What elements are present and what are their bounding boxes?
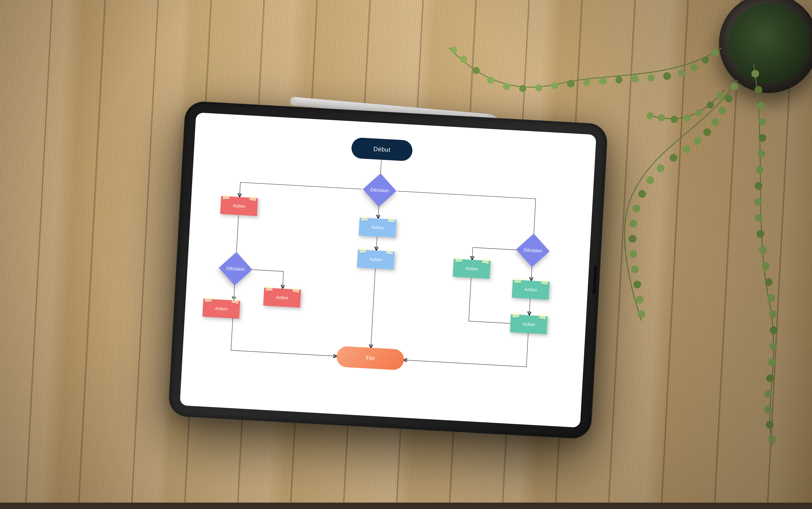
center-action-2-label: Action xyxy=(369,257,382,263)
left-action-1-label: Action xyxy=(233,203,246,209)
start-node-label: Début xyxy=(373,145,391,153)
center-action-2-node[interactable]: Action xyxy=(357,250,395,270)
tape-icon xyxy=(539,314,547,319)
left-action-2-label: Action xyxy=(215,306,228,312)
start-node[interactable]: Début xyxy=(351,137,413,161)
right-action-left-node[interactable]: Action xyxy=(453,259,491,279)
decision-right-node[interactable]: Décision xyxy=(515,238,551,263)
tape-icon xyxy=(455,257,462,262)
tape-icon xyxy=(223,194,230,200)
tape-icon xyxy=(512,312,519,318)
tape-icon xyxy=(388,217,395,223)
tape-icon xyxy=(541,279,548,285)
tape-icon xyxy=(482,258,489,264)
tape-icon xyxy=(359,248,366,253)
left-action-1-node[interactable]: Action xyxy=(220,196,258,216)
right-action-r1-node[interactable]: Action xyxy=(512,280,550,300)
decision-left-label: Décision xyxy=(226,266,245,272)
decision-top-label: Décision xyxy=(370,187,389,193)
right-action-r2-label: Action xyxy=(522,321,535,327)
right-action-r1-label: Action xyxy=(524,287,537,293)
tablet-device: Début Décision Action Décision xyxy=(168,101,608,440)
svg-line-75 xyxy=(371,268,375,348)
decision-right-label: Décision xyxy=(524,247,542,254)
svg-line-72 xyxy=(236,215,238,258)
tape-icon xyxy=(361,216,368,221)
right-action-left-label: Action xyxy=(465,266,478,272)
decision-left-node[interactable]: Décision xyxy=(217,257,254,281)
decision-top-node[interactable]: Décision xyxy=(361,178,398,202)
left-action-3-label: Action xyxy=(276,295,288,301)
tape-icon xyxy=(514,278,521,283)
right-action-r2-node[interactable]: Action xyxy=(510,314,548,334)
tape-icon xyxy=(205,297,212,302)
svg-line-74 xyxy=(376,236,377,250)
left-action-2-node[interactable]: Action xyxy=(202,299,240,318)
left-action-3-node[interactable]: Action xyxy=(263,287,301,308)
flowchart-canvas[interactable]: Début Décision Action Décision xyxy=(180,112,596,428)
tablet-screen[interactable]: Début Décision Action Décision xyxy=(180,112,596,428)
tape-icon xyxy=(249,195,257,201)
end-node[interactable]: Fin xyxy=(336,346,404,370)
tape-icon xyxy=(386,249,393,255)
tape-icon xyxy=(231,298,239,304)
end-node-label: Fin xyxy=(366,354,375,362)
svg-line-77 xyxy=(529,299,530,315)
center-action-1-label: Action xyxy=(371,225,384,231)
scene: Pencil xyxy=(0,0,812,503)
tape-icon xyxy=(266,286,273,291)
center-action-1-node[interactable]: Action xyxy=(359,217,396,237)
tape-icon xyxy=(292,287,300,293)
